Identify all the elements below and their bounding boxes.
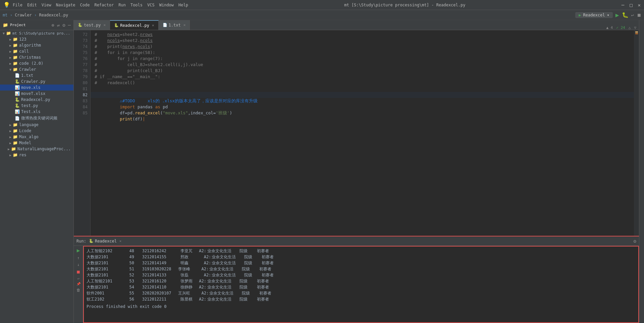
- sidebar-item-res[interactable]: ▶ 📁 res: [0, 152, 73, 158]
- sidebar-item-call[interactable]: ▶ 📁 call: [0, 48, 73, 54]
- sidebar-item-maxalgo[interactable]: ▶ 📁 Max_algo: [0, 134, 73, 140]
- title-bar: 💡 File Edit View Navigate Code Refactor …: [0, 0, 644, 10]
- label-testxls: Test.xls: [21, 109, 41, 114]
- run-config-selector[interactable]: ▶ Readexcel ▾: [575, 12, 613, 18]
- main-layout: 📁 Project ⊕ ⇌ ⚙ ─ ▼ 📁 mt S:\Study\pictur…: [0, 20, 644, 323]
- sidebar-item-language[interactable]: ▶ 📁 language: [0, 122, 73, 128]
- output-content[interactable]: 人工智能210248 3212016242 李亚芃 A2:业余文化生活 院级 初…: [83, 246, 639, 323]
- menu-tools[interactable]: Tools: [130, 3, 143, 7]
- rerun-button[interactable]: ↩: [631, 12, 634, 18]
- minimize-button[interactable]: ─: [622, 2, 624, 8]
- run-tab-close[interactable]: ✕: [119, 239, 121, 243]
- menu-code[interactable]: Code: [80, 3, 90, 7]
- sidebar-item-movetxlsx[interactable]: 📊 moveT.xlsx: [0, 91, 73, 97]
- breadcrumb-sep1: ›: [10, 13, 15, 17]
- run-pin-btn[interactable]: 📌: [76, 282, 80, 286]
- breadcrumb-file[interactable]: Readexcel.py: [39, 13, 68, 17]
- sidebar-item-model[interactable]: ▶ 📁 Model: [0, 140, 73, 146]
- sidebar-item-code[interactable]: ▶ 📁 code (2.0): [0, 60, 73, 66]
- menu-view[interactable]: View: [42, 3, 51, 7]
- maximize-button[interactable]: □: [630, 2, 632, 8]
- close-sidebar-icon[interactable]: ─: [68, 22, 71, 28]
- menu-edit[interactable]: Edit: [27, 3, 37, 7]
- tab-1txt[interactable]: 📄 1.txt ✕: [159, 20, 190, 30]
- title-bar-controls: ─ □ ✕: [622, 2, 641, 8]
- label-maxalgo: Max_algo: [19, 134, 39, 139]
- folder-icon-maxalgo: 📁: [13, 134, 18, 139]
- tree-root[interactable]: ▼ 📁 mt S:\Study\picture pro...: [0, 30, 73, 36]
- sidebar-item-algorithm[interactable]: ▶ 📁 algorithm: [0, 42, 73, 48]
- breadcrumb-sep2: ›: [34, 13, 39, 17]
- linenum-81: 81: [74, 86, 90, 92]
- code-line-76: # for j in range(7):: [91, 56, 634, 62]
- sidebar-item-movexls[interactable]: 📊 move.xls: [0, 85, 73, 91]
- folder-icon-res: 📁: [13, 153, 18, 157]
- run-up-btn[interactable]: ↑: [77, 256, 79, 260]
- code-editor[interactable]: # norws=sheet2.nrows # ncols=sheet2.ncol…: [91, 30, 634, 236]
- gutter-marker-1: [635, 32, 638, 33]
- menu-window[interactable]: Window: [159, 3, 174, 7]
- label-res: res: [19, 153, 26, 157]
- run-clear-btn[interactable]: 🗑: [76, 288, 80, 292]
- breadcrumb-project[interactable]: mt: [3, 13, 7, 17]
- locate-icon[interactable]: ⊕: [51, 22, 54, 28]
- menu-file[interactable]: File: [13, 3, 22, 7]
- label-algorithm: algorithm: [19, 43, 41, 48]
- tab-testpy-icon: 🐍: [78, 23, 83, 27]
- menu-vcs[interactable]: VCS: [147, 3, 155, 7]
- title-bar-left: 💡 File Edit View Navigate Code Refactor …: [3, 2, 188, 8]
- title-bar-menus: File Edit View Navigate Code Refactor Ru…: [13, 3, 188, 7]
- run-button[interactable]: ▶: [615, 11, 619, 18]
- sidebar-item-lcode[interactable]: ▶ 📁 Lcode: [0, 128, 73, 134]
- debug-button[interactable]: 🐛: [622, 12, 629, 18]
- code-line-79: # if __name__=="__main__":: [91, 74, 634, 80]
- collapse-icon[interactable]: ⇌: [57, 22, 60, 28]
- sidebar-item-1txt[interactable]: 📄 1.txt: [0, 72, 73, 78]
- sidebar-item-crawlerpy[interactable]: 🐍 Crawler.py: [0, 78, 73, 85]
- menu-navigate[interactable]: Navigate: [56, 3, 75, 7]
- sidebar-item-123[interactable]: ▶ 📁 123: [0, 36, 73, 42]
- close-button[interactable]: ✕: [638, 2, 641, 8]
- sidebar-item-testpy[interactable]: 🐍 test.py: [0, 103, 73, 109]
- bottom-panel: Run: 🐍 Readexcel ✕ ⚙ ▶ ↑ ↓ ■ ↵: [74, 236, 639, 323]
- sidebar-item-christmas[interactable]: ▶ 📁 Christmas: [0, 54, 73, 60]
- breadcrumb-folder[interactable]: Crawler: [15, 13, 32, 17]
- code-line-82: ⚠#TODO xls的 .xlsx的版本太高了，应该是所对应的库没有升级: [91, 92, 634, 98]
- settings-run-icon[interactable]: ⚙: [634, 238, 636, 244]
- tab-readexcelpy-close[interactable]: ✕: [152, 23, 154, 28]
- run-down-btn[interactable]: ↓: [77, 262, 79, 267]
- code-line-78: # print(cell_BJ): [91, 68, 634, 74]
- sidebar-tree: ▼ 📁 mt S:\Study\picture pro... ▶ 📁 123 ▶…: [0, 30, 73, 323]
- tab-testpy-close[interactable]: ✕: [104, 23, 106, 27]
- settings-icon[interactable]: ⚙: [62, 22, 65, 28]
- caret-down[interactable]: ▽: [634, 25, 636, 30]
- stop-button[interactable]: ⏹: [637, 12, 641, 18]
- label-lcode: Lcode: [19, 128, 31, 133]
- tab-testpy[interactable]: 🐍 test.py ✕: [74, 20, 110, 30]
- sidebar-item-weibo[interactable]: 📄 微博热搜关键词词频: [0, 115, 73, 122]
- output-row-8: 软工210256 3212012211 陈昱棋 A2:业余文化生活 院级 初赛者: [87, 296, 636, 302]
- label-model: Model: [19, 141, 31, 145]
- sidebar-item-crawler[interactable]: ▼ 📁 Crawler: [0, 66, 73, 72]
- menu-run[interactable]: Run: [118, 3, 126, 7]
- bottom-panel-header: Run: 🐍 Readexcel ✕ ⚙: [74, 236, 639, 246]
- icon-readexcelpy: 🐍: [15, 97, 20, 102]
- title-bar-title: mt [S:\Study\picture processing\mt] - Re…: [188, 3, 622, 7]
- menu-refactor[interactable]: Refactor: [94, 3, 114, 7]
- menu-help[interactable]: Help: [178, 3, 188, 7]
- tabs-bar: 🐍 test.py ✕ 🐍 Readexcel.py ✕ 📄 1.txt ✕ ▲…: [74, 20, 639, 30]
- arrow-crawler: ▼: [9, 68, 11, 71]
- output-row-1: 大数据210149 3212014155 邢政 A2:业余文化生活 院级 初赛者: [87, 254, 636, 260]
- run-wrap-btn[interactable]: ↵: [77, 276, 79, 280]
- run-play-btn[interactable]: ▶: [77, 247, 80, 254]
- sidebar-item-nlp[interactable]: ▶ 📁 NaturalLanguageProc...: [0, 146, 73, 152]
- sidebar-item-readexcelpy[interactable]: 🐍 Readexcel.py: [0, 97, 73, 103]
- caret-up[interactable]: △: [629, 25, 631, 30]
- tab-1txt-close[interactable]: ✕: [183, 23, 186, 27]
- sidebar-item-testxls[interactable]: 📊 Test.xls: [0, 109, 73, 115]
- run-tab-readexcel[interactable]: 🐍 Readexcel ✕: [89, 239, 121, 244]
- tab-readexcelpy[interactable]: 🐍 Readexcel.py ✕: [110, 20, 158, 30]
- sidebar-toolbar: ⊕ ⇌ ⚙ ─: [51, 22, 71, 28]
- run-stop-btn[interactable]: ■: [77, 269, 79, 274]
- tab-1txt-label: 1.txt: [169, 23, 181, 28]
